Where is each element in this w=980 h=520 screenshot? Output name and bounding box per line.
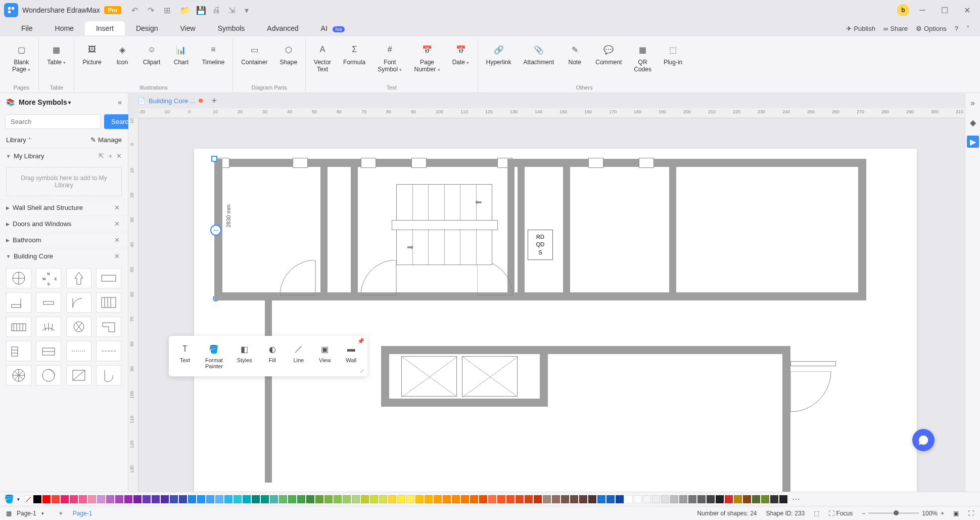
color-swatch[interactable]	[306, 495, 314, 503]
symbol-item[interactable]	[96, 341, 121, 361]
color-swatch[interactable]	[197, 495, 205, 503]
ribbon-font-symbol[interactable]: #FontSymbol ▾	[374, 40, 406, 75]
ribbon-formula[interactable]: ΣFormula	[339, 40, 369, 68]
float-format-painter[interactable]: 🪣FormatPainter	[199, 340, 229, 372]
doc-tab[interactable]: 📄 Building Core ...	[132, 95, 208, 107]
color-swatch[interactable]	[579, 495, 587, 503]
category-building-core[interactable]: Building Core✕	[0, 248, 128, 264]
color-swatch[interactable]	[370, 495, 378, 503]
color-swatch[interactable]	[588, 495, 596, 503]
color-swatch[interactable]	[324, 495, 333, 503]
color-swatch[interactable]	[79, 495, 87, 503]
ribbon-icon[interactable]: ◈Icon	[110, 40, 135, 68]
color-swatch[interactable]	[61, 495, 69, 503]
ribbon-page-number[interactable]: 📅PageNumber ▾	[410, 40, 444, 75]
library-expand-icon[interactable]: ˄	[28, 137, 31, 143]
qat-dropdown-icon[interactable]: ▾	[245, 6, 254, 15]
zoom-out-button[interactable]: −	[862, 510, 865, 517]
symbol-item[interactable]	[66, 341, 91, 361]
color-swatch[interactable]	[179, 495, 187, 503]
selection-handle[interactable]	[211, 156, 217, 162]
color-swatch[interactable]	[461, 495, 469, 503]
color-swatch[interactable]	[779, 495, 787, 503]
ribbon-qr-codes[interactable]: ▦QRCodes	[630, 40, 656, 75]
no-color-swatch[interactable]	[24, 495, 32, 503]
color-swatch[interactable]	[716, 495, 724, 503]
color-swatch[interactable]	[215, 495, 223, 503]
new-icon[interactable]: ⊞	[164, 6, 173, 15]
color-swatch[interactable]	[97, 495, 105, 503]
color-swatch[interactable]	[161, 495, 169, 503]
ribbon-attachment[interactable]: 📎Attachment	[520, 40, 558, 68]
ribbon-date[interactable]: 📅Date ▾	[448, 40, 474, 68]
color-swatch[interactable]	[270, 495, 278, 503]
ribbon-shape[interactable]: ⬡Shape	[275, 40, 301, 68]
symbol-item[interactable]	[36, 365, 61, 385]
color-swatch[interactable]	[334, 495, 342, 503]
menu-design[interactable]: Design	[125, 21, 169, 35]
float-fill[interactable]: ◐Fill	[260, 340, 285, 372]
close-button[interactable]: ✕	[958, 3, 976, 17]
options-button[interactable]: ⚙Options	[916, 25, 947, 32]
fill-tool-icon[interactable]: 🪣	[4, 494, 14, 504]
fullscreen-icon[interactable]: ⛶	[968, 510, 974, 517]
electrical-panel[interactable]: RD QD S	[528, 230, 553, 260]
close-icon[interactable]: ✕	[112, 220, 122, 228]
redo-icon[interactable]: ↷	[148, 6, 157, 15]
chat-fab[interactable]	[912, 429, 935, 451]
symbol-item[interactable]	[6, 268, 31, 288]
color-swatch[interactable]	[379, 495, 387, 503]
color-swatch[interactable]	[397, 495, 405, 503]
color-swatch[interactable]	[188, 495, 196, 503]
category-wall-shell-and-structure[interactable]: Wall Shell and Structure✕	[0, 199, 128, 215]
layers-icon[interactable]: ⬚	[814, 510, 819, 517]
symbol-item[interactable]	[66, 317, 91, 337]
symbol-item[interactable]	[96, 292, 121, 313]
user-avatar[interactable]: b	[897, 4, 909, 16]
color-swatch[interactable]	[634, 495, 642, 503]
symbol-item[interactable]	[36, 317, 61, 337]
color-swatch[interactable]	[661, 495, 669, 503]
ribbon-clipart[interactable]: ☺Clipart	[139, 40, 165, 68]
color-swatch[interactable]	[279, 495, 287, 503]
color-swatch[interactable]	[352, 495, 360, 503]
color-swatch[interactable]	[261, 495, 269, 503]
float-line[interactable]: ／Line	[287, 340, 311, 372]
import-icon[interactable]: ⇱	[99, 152, 104, 160]
color-swatch[interactable]	[497, 495, 505, 503]
color-swatch[interactable]	[388, 495, 396, 503]
symbol-item[interactable]	[6, 292, 31, 313]
zoom-slider[interactable]	[868, 512, 919, 514]
color-swatch[interactable]	[516, 495, 524, 503]
color-swatch[interactable]	[552, 495, 560, 503]
color-swatch[interactable]	[252, 495, 260, 503]
color-swatch[interactable]	[697, 495, 706, 503]
color-swatch[interactable]	[670, 495, 678, 503]
color-swatch[interactable]	[616, 495, 624, 503]
publish-button[interactable]: ✈Publish	[846, 25, 875, 32]
menu-file[interactable]: File	[10, 21, 44, 35]
ribbon-picture[interactable]: 🖼Picture	[78, 40, 105, 68]
color-swatch[interactable]	[124, 495, 132, 503]
color-swatch[interactable]	[434, 495, 442, 503]
menu-symbols[interactable]: Symbols	[207, 21, 256, 35]
color-swatch[interactable]	[243, 495, 251, 503]
color-swatch[interactable]	[70, 495, 78, 503]
present-icon[interactable]: ▶	[967, 136, 979, 148]
ribbon-note[interactable]: ✎Note	[562, 40, 587, 68]
pin-icon[interactable]: 📌	[357, 338, 364, 344]
color-swatch[interactable]	[761, 495, 769, 503]
menu-advanced[interactable]: Advanced	[256, 21, 309, 35]
page-dropdown-icon[interactable]: ▾	[41, 511, 44, 516]
menu-insert[interactable]: Insert	[85, 21, 125, 35]
color-swatch[interactable]	[770, 495, 778, 503]
symbol-item[interactable]	[6, 341, 31, 361]
ribbon-hyperlink[interactable]: 🔗Hyperlink	[482, 40, 516, 68]
color-swatch[interactable]	[170, 495, 178, 503]
color-swatch[interactable]	[343, 495, 351, 503]
menu-view[interactable]: View	[169, 21, 207, 35]
color-swatch[interactable]	[734, 495, 742, 503]
close-icon[interactable]: ✕	[112, 236, 122, 244]
symbol-item[interactable]	[96, 365, 121, 385]
float-styles[interactable]: ◧Styles	[231, 340, 258, 372]
